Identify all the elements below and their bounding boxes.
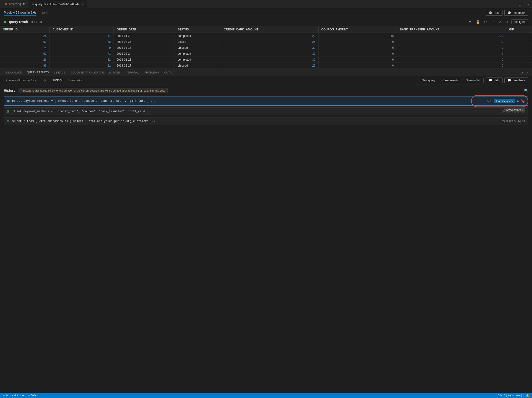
cell-gif (506, 63, 532, 69)
status-defer: ⊘ Defer (28, 394, 37, 397)
cell-bank-transfer: 0 (397, 63, 506, 69)
panel-close-btn[interactable]: × (525, 70, 529, 75)
tab-close-btn[interactable]: × (82, 2, 84, 6)
history-search-btn[interactable]: 🔍 (524, 89, 528, 93)
tab-more[interactable]: ⋯ (178, 69, 185, 76)
cell-gif (506, 57, 532, 63)
subtab-bookmarks[interactable]: Bookmarks (66, 78, 84, 83)
result-header: query result 99 x 10 ⚑ 🔒 ✂ ↩ ⤢ ⧉ configu… (0, 17, 532, 26)
lock-btn[interactable]: 🔒 (475, 19, 481, 24)
cell-credit-card: 30 (221, 51, 318, 57)
undo-btn[interactable]: ↩ (490, 19, 495, 24)
cell-coupon: 0 (318, 51, 397, 57)
history-item-2[interactable]: ⊞ {% set payment_methods = ['credit_card… (4, 107, 528, 115)
cell-coupon: 0 (318, 45, 397, 51)
top-preview-bar: Preview 99 rows in 2.6s SQL 💬 Help 💬 Fee… (0, 8, 532, 17)
subtab-sql[interactable]: SQL (40, 78, 49, 83)
cell-credit-card: 22 (221, 33, 318, 39)
subtab-preview[interactable]: Preview 99 rows in 2.7s (4, 78, 38, 83)
history-item-1-time: 05:0 (486, 100, 491, 102)
col-bank-transfer: BANK_TRANSFER_AMOUNT (397, 26, 506, 33)
cell-bank-transfer: 20 (397, 33, 506, 39)
history-item-1[interactable]: ⊞ {% set payment_methods = ['credit_card… (4, 97, 528, 106)
history-title: History (4, 89, 15, 93)
scissors-btn[interactable]: ✂ (483, 19, 488, 24)
col-status: STATUS (175, 26, 221, 33)
help-btn-top[interactable]: 💬 Help (486, 10, 503, 16)
cell-status: completed (175, 51, 221, 57)
table-header-row: ORDER_ID CUSTOMER_ID ORDER_DATE STATUS C… (0, 26, 532, 33)
help-btn-bottom[interactable]: 💬 Help (486, 77, 503, 83)
bottom-tabs-bar: SNOWFLAKE QUERY RESULTS LINEAGE DOCUMENT… (0, 69, 532, 76)
external-link-btn[interactable]: ⤢ (498, 19, 502, 24)
help-icon-top: 💬 (489, 11, 492, 14)
tab-lineage[interactable]: LINEAGE (52, 69, 68, 76)
history-item-3-time: 05:02 PM Jul 14, 24 (502, 120, 525, 123)
tab-snowflake[interactable]: SNOWFLAKE (3, 69, 24, 76)
cell-coupon: 16 (318, 33, 397, 39)
info-icon: ℹ (21, 89, 22, 92)
split-editor-btn[interactable]: ⊡ (518, 1, 522, 7)
cell-customer-id: 51 (50, 33, 114, 39)
subtab-history[interactable]: History (51, 77, 64, 83)
cell-customer-id: 32 (50, 57, 114, 63)
cell-customer-id: 21 (50, 63, 114, 69)
history-item-3[interactable]: ⊞ select * from ( with customers as ( se… (4, 117, 528, 125)
table-row: 26 32 2018-01-28 completed 30 0 0 (0, 57, 532, 63)
tab-doc-editor[interactable]: DOCUMENTATION EDITOR (68, 69, 106, 76)
more-actions-btn[interactable]: ⋯ (524, 1, 530, 7)
tab-orders[interactable]: ✕ orders.sql M (2, 0, 28, 8)
col-credit-card: CREDIT_CARD_AMOUNT (221, 26, 318, 33)
cell-order-date: 2018-02-24 (114, 51, 175, 57)
result-dims: 99 x 10 (31, 20, 42, 24)
new-query-btn[interactable]: + New query (417, 78, 438, 83)
cell-order-date: 2018-01-28 (114, 33, 175, 39)
open-in-tab-btn[interactable]: Open in Tab (463, 78, 484, 83)
history-item-1-text: {% set payment_methods = ['credit_card',… (12, 100, 482, 103)
copy-btn[interactable]: ⧉ (505, 19, 509, 24)
cell-status: completed (175, 57, 221, 63)
execute-query-btn-1[interactable]: Execute query (494, 99, 515, 103)
status-errors: ⚠ 0 (3, 394, 8, 397)
tab-query-result[interactable]: ≡ query_result_14-07-2024-17-03-49 × (29, 0, 87, 8)
table-row: 25 51 2018-01-28 completed 22 16 20 (0, 33, 532, 39)
tab-output[interactable]: OUTPUT (162, 69, 177, 76)
feedback-icon-bottom: 💬 (507, 79, 511, 82)
feedback-btn-top[interactable]: 💬 Feedback (504, 10, 528, 16)
cell-credit-card: 29 (221, 63, 318, 69)
query-results-table: ORDER_ID CUSTOMER_ID ORDER_DATE STATUS C… (0, 26, 532, 69)
tab-terminal[interactable]: TERMINAL (123, 69, 142, 76)
feedback-icon-top: 💬 (507, 11, 511, 14)
play-icon-btn-1[interactable]: ▶ (517, 99, 519, 103)
cell-order-id: 26 (0, 57, 50, 63)
history-item-3-text: select * from ( with customers as ( sele… (11, 120, 498, 123)
bottom-tabs-right: ∧ × (520, 70, 529, 75)
tab-problems[interactable]: PROBLEMS (142, 69, 161, 76)
panel-toolbar: Preview 99 rows in 2.7s SQL History Book… (0, 76, 532, 85)
cell-customer-id: 9 (50, 45, 114, 51)
clear-results-btn[interactable]: Clear results (440, 78, 461, 83)
cell-coupon: 0 (318, 57, 397, 63)
configure-btn[interactable]: configure (511, 19, 528, 24)
history-section: History ℹ History is maintained solely f… (0, 85, 532, 393)
history-title-bar: History ℹ History is maintained solely f… (4, 88, 528, 93)
cell-order-id: 25 (0, 33, 50, 39)
cell-coupon: 0 (318, 39, 397, 45)
history-notice: ℹ History is maintained solely for the d… (18, 88, 167, 93)
feedback-btn-bottom[interactable]: 💬 Feedback (504, 77, 528, 83)
tab-query-results[interactable]: QUERY RESULTS (25, 69, 51, 76)
cell-coupon: 0 (318, 63, 397, 69)
cell-order-id: 51 (0, 51, 50, 57)
cell-customer-id: 46 (50, 39, 114, 45)
col-order-date: ORDER_DATE (114, 26, 175, 33)
tab-bar: ✕ orders.sql M ≡ query_result_14-07-2024… (0, 0, 532, 8)
help-icon-bottom: 💬 (489, 79, 492, 82)
preview-rows-tab[interactable]: Preview 99 rows in 2.6s (4, 10, 36, 16)
col-gif: GIF (506, 26, 532, 33)
sql-tab-top[interactable]: SQL (42, 10, 48, 15)
panel-collapse-btn[interactable]: ∧ (520, 70, 524, 75)
bookmark-btn-1[interactable]: 🔖 (521, 99, 525, 103)
data-table-container[interactable]: ORDER_ID CUSTOMER_ID ORDER_DATE STATUS C… (0, 26, 532, 69)
tab-actions[interactable]: ACTIONS (107, 69, 123, 76)
filter-btn[interactable]: ⚑ (468, 19, 473, 24)
